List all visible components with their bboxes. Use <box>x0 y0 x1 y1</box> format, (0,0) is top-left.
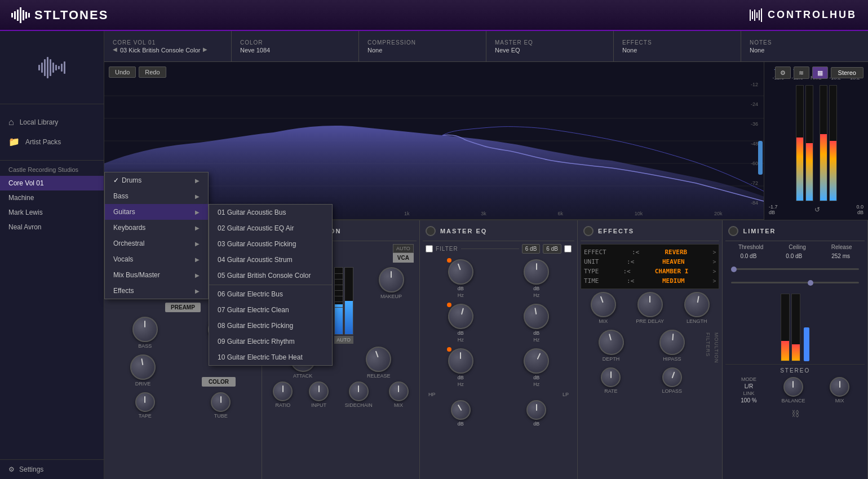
keyboards-arrow: ▶ <box>195 225 200 231</box>
effects-arrow: ▶ <box>195 288 200 294</box>
menu-item-effects[interactable]: Effects ▶ <box>105 283 208 299</box>
menu-item-bass[interactable]: Bass ▶ <box>105 188 208 204</box>
menu-item-guitars[interactable]: Guitars ▶ <box>105 204 208 220</box>
menu-item-keyboards[interactable]: Keyboards ▶ <box>105 220 208 236</box>
menu-item-vocals[interactable]: Vocals ▶ <box>105 251 208 267</box>
menu-item-orchestral[interactable]: Orchestral ▶ <box>105 236 208 251</box>
submenu-item-01[interactable]: 01 Guitar Acoustic Bus <box>209 205 332 220</box>
mix-bus-arrow: ▶ <box>195 272 200 278</box>
submenu-item-03[interactable]: 03 Guitar Acoustic Picking <box>209 236 332 252</box>
submenu-separator <box>209 285 332 285</box>
orchestral-arrow: ▶ <box>195 241 200 247</box>
submenu-item-05[interactable]: 05 Guitar British Console Color <box>209 268 332 283</box>
submenu-item-02[interactable]: 02 Guitar Acoustic EQ Air <box>209 220 332 236</box>
submenu-item-06[interactable]: 06 Guitar Electric Bus <box>209 286 332 302</box>
drums-checkmark: ✓ <box>113 176 119 184</box>
submenu-item-07[interactable]: 07 Guitar Electric Clean <box>209 302 332 318</box>
submenu-item-09[interactable]: 09 Guitar Electric Rhythm <box>209 334 332 349</box>
vocals-arrow: ▶ <box>195 256 200 263</box>
submenu-item-04[interactable]: 04 Guitar Acoustic Strum <box>209 252 332 268</box>
submenu-item-10[interactable]: 10 Guitar Electric Tube Heat <box>209 349 332 365</box>
menu-item-mix-bus-master[interactable]: Mix Bus/Master ▶ <box>105 267 208 283</box>
drums-arrow: ▶ <box>195 178 200 184</box>
category-context-menu: ✓Drums ▶ Bass ▶ Guitars ▶ Keyboards ▶ Or… <box>104 172 209 299</box>
bass-arrow: ▶ <box>195 193 200 199</box>
guitars-submenu: 01 Guitar Acoustic Bus 02 Guitar Acousti… <box>209 204 333 366</box>
guitars-arrow: ▶ <box>195 209 200 215</box>
context-menu-overlay[interactable]: ✓Drums ▶ Bass ▶ Guitars ▶ Keyboards ▶ Or… <box>0 0 868 479</box>
submenu-item-08[interactable]: 08 Guitar Electric Picking <box>209 318 332 334</box>
menu-item-drums[interactable]: ✓Drums ▶ <box>105 172 208 188</box>
